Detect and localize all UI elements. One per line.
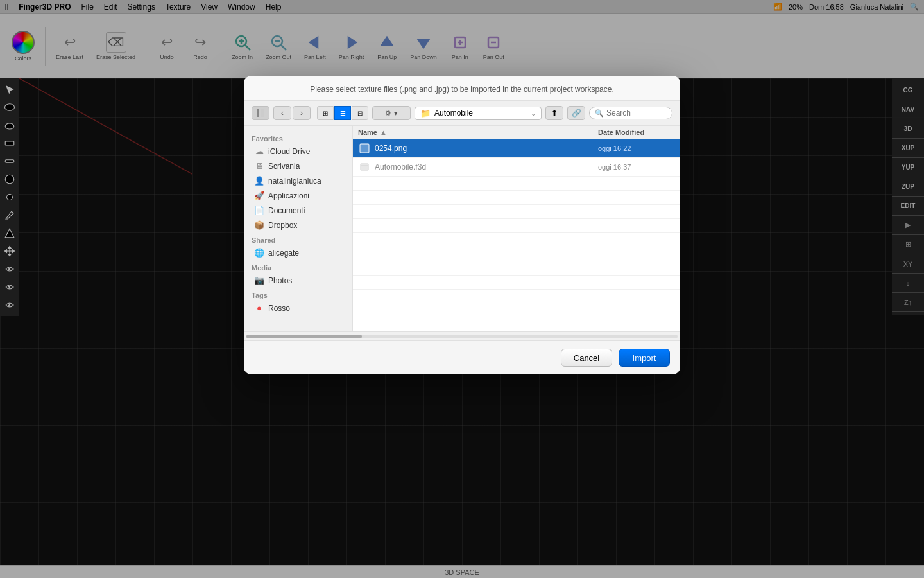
photos-icon: 📷: [254, 276, 264, 285]
sidebar-apps[interactable]: 🚀 Applicazioni: [246, 188, 350, 203]
sidebar-user[interactable]: 👤 natalinigianluca: [246, 173, 350, 188]
nav-forward-button[interactable]: ›: [293, 106, 311, 120]
share-button[interactable]: ⬆: [545, 106, 563, 120]
view-list-button[interactable]: ☰: [334, 106, 351, 120]
svg-rect-38: [261, 109, 264, 117]
sidebar-alicegate-label: alicegate: [268, 249, 299, 258]
favorites-label: Favorites: [244, 131, 352, 144]
file-name-automobile: Automobile.f3d: [375, 162, 598, 171]
sidebar-alicegate[interactable]: 🌐 alicegate: [246, 245, 350, 260]
svg-rect-37: [257, 109, 259, 117]
sidebar-scrivania[interactable]: 🖥 Scrivania: [246, 159, 350, 173]
apps-icon: 🚀: [254, 191, 264, 200]
sidebar-toggle-button[interactable]: [252, 106, 270, 120]
file-row-0254[interactable]: 0254.png oggi 16:22: [353, 139, 680, 158]
sidebar-icloud[interactable]: ☁ iCloud Drive: [246, 144, 350, 159]
dialog-sidebar: Favorites ☁ iCloud Drive 🖥 Scrivania 👤 n…: [244, 126, 353, 331]
file-list-header: Name ▲ Date Modified: [353, 126, 680, 139]
dialog-header: Please select texture files (.png and .j…: [244, 76, 680, 101]
hscroll-bar[interactable]: [244, 331, 680, 340]
tags-label: Tags: [244, 288, 352, 301]
sort-icon: ▲: [380, 128, 387, 136]
sidebar-icloud-label: iCloud Drive: [268, 147, 310, 156]
media-label: Media: [244, 260, 352, 273]
dialog-header-text: Please select texture files (.png and .j…: [310, 85, 614, 94]
file-row-empty-2: [353, 191, 680, 205]
path-dropdown-icon[interactable]: ⌄: [531, 110, 536, 117]
view-icon-button[interactable]: ⊞: [317, 106, 334, 120]
file-icon-automobile: [358, 161, 371, 173]
file-date-0254: oggi 16:22: [598, 144, 675, 152]
col-name-header[interactable]: Name ▲: [358, 128, 598, 136]
import-button[interactable]: Import: [619, 349, 670, 367]
sidebar-docs[interactable]: 📄 Documenti: [246, 203, 350, 218]
cancel-button[interactable]: Cancel: [561, 349, 612, 367]
col-date-header[interactable]: Date Modified: [598, 128, 675, 136]
file-list: Name ▲ Date Modified 0254.png: [353, 126, 680, 331]
docs-icon: 📄: [254, 206, 264, 215]
sidebar-apps-label: Applicazioni: [268, 191, 309, 200]
nav-buttons: ‹ ›: [273, 106, 311, 120]
hscroll-track[interactable]: [246, 335, 678, 338]
modal-overlay: Please select texture files (.png and .j…: [0, 0, 924, 578]
dropbox-icon: 📦: [254, 220, 264, 230]
dialog-toolbar: ‹ › ⊞ ☰ ⊟ ⚙ ▾ 📁 Automobile ⌄ ⬆ 🔗 �: [244, 101, 680, 126]
scrivania-icon: 🖥: [254, 161, 264, 171]
folder-icon: 📁: [420, 109, 431, 118]
action-menu-button[interactable]: ⚙ ▾: [372, 106, 411, 120]
file-row-empty-5: [353, 233, 680, 247]
alicegate-icon: 🌐: [254, 248, 264, 258]
path-bar[interactable]: 📁 Automobile ⌄: [415, 107, 542, 120]
file-date-automobile: oggi 16:37: [598, 163, 675, 171]
file-row-empty-1: [353, 177, 680, 191]
sidebar-docs-label: Documenti: [268, 206, 305, 215]
file-row-empty-4: [353, 219, 680, 233]
path-text: Automobile: [434, 109, 527, 118]
file-list-scroll[interactable]: 0254.png oggi 16:22 Automobile.f3d oggi …: [353, 139, 680, 306]
dialog-body: Favorites ☁ iCloud Drive 🖥 Scrivania 👤 n…: [244, 126, 680, 331]
sidebar-photos-label: Photos: [268, 276, 292, 285]
nav-back-button[interactable]: ‹: [273, 106, 291, 120]
view-buttons: ⊞ ☰ ⊟: [317, 106, 368, 120]
sidebar-rosso[interactable]: ● Rosso: [246, 301, 350, 315]
sidebar-scrivania-label: Scrivania: [268, 162, 300, 171]
dialog-footer: Cancel Import: [244, 340, 680, 374]
hscroll-thumb[interactable]: [246, 335, 362, 338]
search-box: 🔍: [589, 107, 672, 119]
file-row-empty-8: [353, 276, 680, 290]
sidebar-dropbox-label: Dropbox: [268, 221, 297, 230]
file-icon-0254: [358, 142, 371, 155]
file-row-automobile[interactable]: Automobile.f3d oggi 16:37: [353, 158, 680, 177]
sidebar-photos[interactable]: 📷 Photos: [246, 273, 350, 288]
shared-label: Shared: [244, 232, 352, 245]
search-icon: 🔍: [595, 109, 604, 118]
sidebar-rosso-label: Rosso: [268, 304, 290, 313]
file-row-empty-6: [353, 247, 680, 261]
view-column-button[interactable]: ⊟: [352, 106, 368, 120]
sidebar-user-label: natalinigianluca: [268, 177, 321, 186]
rosso-icon: ●: [254, 303, 264, 313]
file-name-0254: 0254.png: [375, 144, 598, 153]
icloud-icon: ☁: [254, 146, 264, 156]
search-input[interactable]: [606, 109, 664, 118]
file-row-empty-3: [353, 205, 680, 219]
user-icon: 👤: [254, 176, 264, 186]
link-button[interactable]: 🔗: [567, 106, 585, 120]
file-row-empty-7: [353, 261, 680, 276]
sidebar-dropbox[interactable]: 📦 Dropbox: [246, 218, 350, 232]
svg-rect-39: [360, 144, 369, 153]
file-picker-dialog: Please select texture files (.png and .j…: [244, 76, 680, 374]
